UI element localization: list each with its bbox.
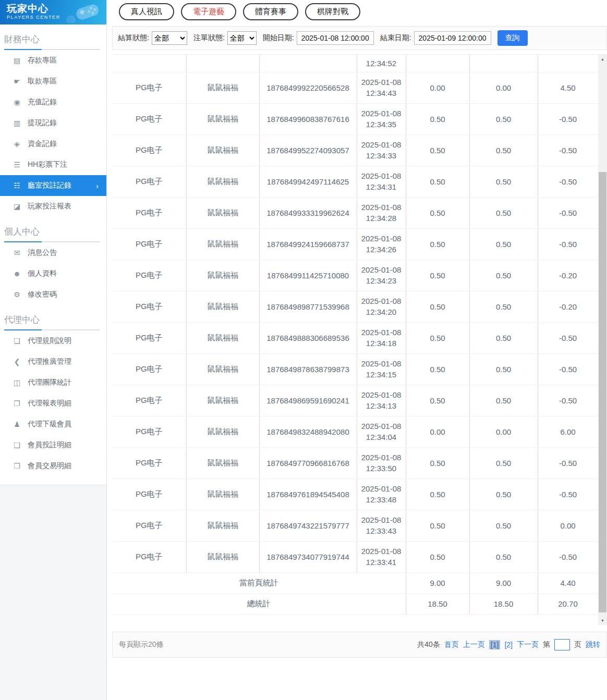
scroll-up-arrow-icon[interactable]: ▲ <box>598 55 607 64</box>
sidebar-item[interactable]: ❑會員投註明細 <box>0 435 106 456</box>
tab-item[interactable]: 棋牌對戰 <box>305 3 360 20</box>
jump-button[interactable]: 跳转 <box>586 640 600 649</box>
cell-valid-bet: 0.50 <box>469 260 538 291</box>
table-row: PG电子鼠鼠福福18768499608387676162025-01-0812:… <box>112 103 598 134</box>
cell-valid-bet: 0.50 <box>469 385 538 416</box>
cell-win-loss: -0.50 <box>538 385 598 416</box>
recharge-record-icon: ◉ <box>13 98 21 106</box>
sidebar-item[interactable]: ✉消息公告 <box>0 242 106 263</box>
current-page-indicator[interactable]: [1] <box>489 640 501 649</box>
cell-game: 鼠鼠福福 <box>186 510 259 541</box>
vertical-scrollbar[interactable]: ▲ ▼ <box>598 55 607 625</box>
cell-bet: 0.50 <box>406 260 469 291</box>
total-summary-win-loss: 20.70 <box>538 593 598 614</box>
sidebar-item[interactable]: ▤存款專區 <box>0 50 106 71</box>
sidebar-main: 玩家中心 PLAYERS CENTER 財務中心▤存款專區☛取款專區◉充值 <box>0 0 106 485</box>
cell-win-loss: -0.50 <box>538 228 598 260</box>
cell-game: 鼠鼠福福 <box>186 228 259 260</box>
sidebar-item[interactable]: ▥提現記錄 <box>0 113 106 133</box>
tab-item[interactable]: 真人視訊 <box>119 3 174 20</box>
sidebar-item-label: 玩家投注報表 <box>28 202 71 211</box>
cell-game: 鼠鼠福福 <box>186 166 259 197</box>
withdraw-record-icon: ▥ <box>13 119 21 127</box>
sidebar-item[interactable]: ☷廳室投註記錄› <box>0 175 106 196</box>
cell-hall: PG电子 <box>112 416 186 447</box>
cell-time: 2025-01-0812:34:20 <box>357 291 406 322</box>
page: 玩家中心 PLAYERS CENTER 財務中心▤存款專區☛取款專區◉充值 <box>0 0 607 700</box>
cell-valid-bet: 0.50 <box>469 541 538 572</box>
query-button[interactable]: 查詢 <box>497 30 528 46</box>
sidebar-item[interactable]: ❒會員交易明細 <box>0 456 106 476</box>
sidebar-item[interactable]: ☛取款專區 <box>0 71 106 92</box>
sidebar-item[interactable]: ♟代理下級會員 <box>0 414 106 435</box>
settle-status-select[interactable]: 全部 <box>152 31 187 45</box>
cell-game: 鼠鼠福福 <box>186 197 259 228</box>
tab-item[interactable]: 體育賽事 <box>243 3 298 20</box>
records-table-wrap: 12:34:52 PG电子鼠鼠福福18768499922205665282025… <box>112 54 607 624</box>
deposit-card-icon: ▤ <box>13 56 21 65</box>
cell-valid-bet: 0.50 <box>469 447 538 478</box>
sidebar-item-label: 個人資料 <box>28 269 57 278</box>
sidebar-item[interactable]: ❐代理報表明細 <box>0 393 106 414</box>
cell-win-loss: -0.50 <box>538 103 598 134</box>
cell-hall <box>112 55 186 72</box>
scroll-down-arrow-icon[interactable]: ▼ <box>598 616 607 625</box>
cell-time: 2025-01-0812:34:13 <box>357 385 406 416</box>
funds-record-icon: ◈ <box>13 140 21 148</box>
withdraw-hand-icon: ☛ <box>13 77 21 85</box>
cell-win-loss <box>538 55 598 72</box>
total-summary-row: 總統計 18.50 18.50 20.70 <box>112 593 598 614</box>
table-row: PG电子鼠鼠福福18768499424971146252025-01-0812:… <box>112 166 598 197</box>
first-page-link[interactable]: 首页 <box>444 640 459 649</box>
start-date-input[interactable] <box>297 31 374 45</box>
cell-bet: 0.50 <box>406 103 469 134</box>
page-size-text: 每頁顯示20條 <box>119 640 164 649</box>
cell-bet: 0.50 <box>406 478 469 510</box>
sidebar-item-label: 代理報表明細 <box>28 399 71 408</box>
cell-valid-bet: 0.50 <box>469 134 538 166</box>
jump-page-input[interactable] <box>554 639 570 650</box>
sidebar-item[interactable]: ☻個人資料 <box>0 263 106 284</box>
prev-page-link[interactable]: 上一页 <box>463 640 485 649</box>
sidebar-item-label: 存款專區 <box>28 56 57 65</box>
sidebar-item[interactable]: ❏代理規則說明 <box>0 330 106 351</box>
cell-order-id: 1876849942497114625 <box>259 166 357 197</box>
cell-time: 2025-01-0812:34:23 <box>357 260 406 291</box>
cell-hall: PG电子 <box>112 447 186 478</box>
cell-valid-bet: 0.50 <box>469 353 538 385</box>
sidebar-item[interactable]: ◪玩家投注報表 <box>0 196 106 217</box>
sidebar-item[interactable]: ⚙修改密碼 <box>0 284 106 305</box>
end-date-input[interactable] <box>414 31 491 45</box>
sidebar-item[interactable]: ◉充值記錄 <box>0 92 106 113</box>
agent-promo-share-icon: ❮ <box>13 358 21 366</box>
section-title: 財務中心 <box>4 33 102 50</box>
cell-game: 鼠鼠福福 <box>186 103 259 134</box>
agent-team-stats-icon: ◫ <box>13 378 21 387</box>
total-summary-bet: 18.50 <box>406 593 469 614</box>
next-page-link[interactable]: 下一页 <box>517 640 539 649</box>
change-password-gear-icon: ⚙ <box>13 290 21 299</box>
agent-rules-doc-icon: ❏ <box>13 337 21 345</box>
tab-active[interactable]: 電子遊藝 <box>181 3 236 20</box>
sidebar-item[interactable]: ◈資金記錄 <box>0 133 106 154</box>
cell-bet: 0.50 <box>406 541 469 572</box>
cell-time: 2025-01-0812:34:43 <box>357 72 406 103</box>
sidebar-item[interactable]: ❮代理推廣管理 <box>0 351 106 372</box>
scrollbar-thumb[interactable] <box>599 172 606 612</box>
player-bet-report-icon: ◪ <box>13 202 21 211</box>
cell-order-id: 1876849933319962624 <box>259 197 357 228</box>
order-status-select[interactable]: 全部 <box>227 31 257 45</box>
page-2-link[interactable]: [2] <box>504 641 513 649</box>
sidebar-item[interactable]: ☰HH彩票下注 <box>0 154 106 175</box>
cell-order-id: 1876849924159668737 <box>259 228 357 260</box>
total-summary-valid-bet: 18.50 <box>469 593 538 614</box>
cell-hall: PG电子 <box>112 322 186 353</box>
cell-game: 鼠鼠福福 <box>186 134 259 166</box>
table-row: PG电子鼠鼠福福18768497432215797772025-01-0812:… <box>112 510 598 541</box>
table-row: PG电子鼠鼠福福18768497709668167682025-01-0812:… <box>112 447 598 478</box>
cell-valid-bet: 0.50 <box>469 228 538 260</box>
cell-order-id: 1876849743221579777 <box>259 510 357 541</box>
sidebar-item[interactable]: ◫代理團隊統計 <box>0 372 106 393</box>
cell-game: 鼠鼠福福 <box>186 478 259 510</box>
cell-time: 2025-01-0812:34:04 <box>357 416 406 447</box>
